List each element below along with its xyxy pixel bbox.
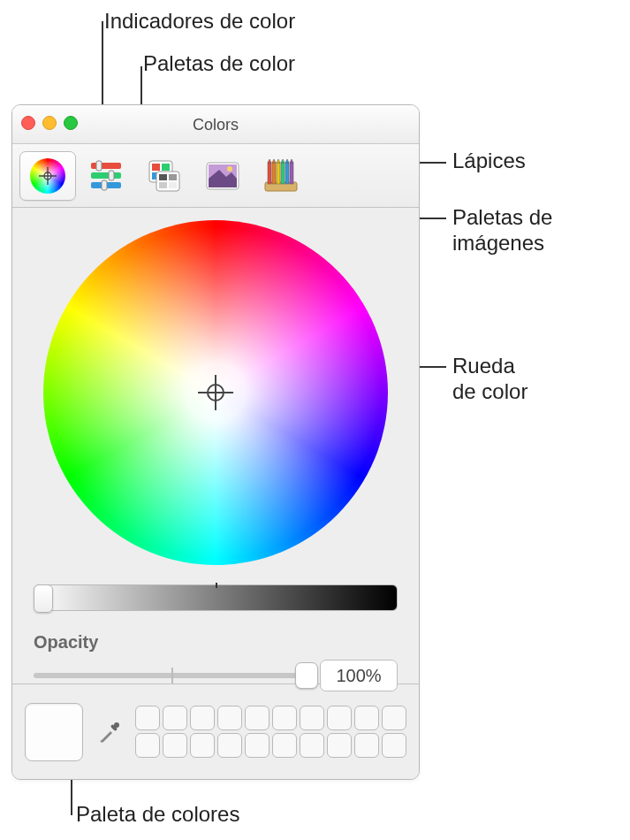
opacity-slider[interactable]	[34, 673, 309, 678]
zoom-button[interactable]	[64, 116, 78, 130]
svg-rect-12	[152, 164, 160, 171]
swatch-cell[interactable]	[272, 733, 297, 758]
swatch-cell[interactable]	[300, 733, 324, 758]
svg-rect-13	[162, 164, 170, 171]
swatch-cell[interactable]	[300, 706, 324, 730]
svg-rect-18	[169, 174, 177, 180]
svg-marker-31	[277, 159, 280, 163]
slider-midpoint-tick	[216, 583, 217, 588]
color-wheel-cursor[interactable]	[198, 375, 233, 410]
image-icon	[202, 157, 243, 195]
picker-footer	[12, 683, 419, 779]
brightness-thumb[interactable]	[34, 584, 53, 613]
svg-marker-35	[285, 159, 289, 163]
svg-rect-32	[281, 163, 285, 184]
palettes-icon	[144, 157, 185, 195]
pencils-tab[interactable]	[253, 151, 309, 201]
swatch-cell[interactable]	[327, 706, 352, 730]
svg-rect-5	[91, 163, 121, 169]
callout-paletas-color: Paletas de color	[143, 51, 295, 77]
color-palettes-tab[interactable]	[136, 151, 193, 201]
traffic-lights	[21, 116, 78, 130]
svg-rect-20	[169, 182, 177, 188]
swatch-cell[interactable]	[217, 706, 242, 730]
svg-point-39	[114, 722, 119, 728]
brightness-slider[interactable]	[34, 584, 398, 611]
swatch-cell[interactable]	[327, 733, 352, 758]
pencils-icon	[261, 157, 301, 195]
swatch-cell[interactable]	[245, 733, 269, 758]
eyedropper-button[interactable]	[92, 714, 126, 750]
svg-rect-30	[277, 163, 280, 184]
svg-marker-29	[272, 159, 276, 163]
swatch-cell[interactable]	[354, 733, 379, 758]
svg-marker-33	[281, 159, 285, 163]
current-color-well[interactable]	[25, 703, 83, 761]
svg-rect-10	[102, 180, 107, 190]
svg-rect-9	[109, 171, 114, 180]
sliders-icon	[86, 157, 126, 195]
swatch-cell[interactable]	[163, 733, 187, 758]
swatch-cell[interactable]	[354, 706, 379, 730]
svg-rect-36	[290, 163, 293, 184]
callout-paletas-imagenes-l1: Paletas de	[452, 205, 552, 231]
minimize-button[interactable]	[42, 116, 57, 130]
svg-rect-17	[159, 174, 167, 180]
svg-rect-26	[268, 163, 271, 184]
svg-rect-8	[96, 161, 102, 171]
svg-rect-34	[285, 163, 289, 184]
close-button[interactable]	[21, 116, 35, 130]
callout-lapices: Lápices	[452, 149, 526, 174]
swatch-cell[interactable]	[245, 706, 269, 730]
opacity-field[interactable]: 100%	[320, 660, 398, 691]
color-wheel[interactable]	[43, 220, 388, 565]
picker-main: Opacity 100%	[12, 208, 419, 683]
swatch-cell[interactable]	[163, 706, 187, 730]
opacity-thumb[interactable]	[295, 662, 318, 689]
color-wheel-icon	[27, 157, 68, 195]
colors-window: Colors	[11, 104, 420, 780]
opacity-label: Opacity	[34, 632, 398, 653]
image-palettes-tab[interactable]	[194, 151, 251, 201]
callout-paleta-colores: Paleta de colores	[76, 802, 239, 828]
color-wheel-tab[interactable]	[19, 151, 76, 201]
swatch-cell[interactable]	[135, 706, 160, 730]
callout-rueda-l1: Rueda	[452, 354, 515, 379]
color-sliders-tab[interactable]	[78, 151, 134, 201]
swatches-grid	[135, 706, 406, 758]
swatch-cell[interactable]	[190, 706, 215, 730]
picker-mode-toolbar	[12, 144, 419, 208]
swatch-cell[interactable]	[135, 733, 160, 758]
swatch-cell[interactable]	[217, 733, 242, 758]
swatch-cell[interactable]	[190, 733, 215, 758]
eyedropper-icon	[96, 719, 123, 745]
callout-rueda-l2: de color	[452, 379, 528, 405]
svg-rect-6	[91, 172, 121, 179]
callout-paletas-imagenes-l2: imágenes	[452, 231, 544, 256]
svg-rect-28	[272, 163, 276, 184]
svg-marker-37	[290, 159, 293, 163]
swatch-cell[interactable]	[382, 706, 406, 730]
swatch-cell[interactable]	[382, 733, 406, 758]
swatch-cell[interactable]	[272, 706, 297, 730]
svg-rect-19	[159, 182, 167, 188]
svg-point-24	[227, 166, 232, 172]
slider-midpoint-tick	[171, 668, 173, 683]
titlebar: Colors	[12, 105, 419, 144]
callout-indicadores: Indicadores de color	[104, 9, 295, 34]
svg-marker-27	[268, 159, 271, 163]
